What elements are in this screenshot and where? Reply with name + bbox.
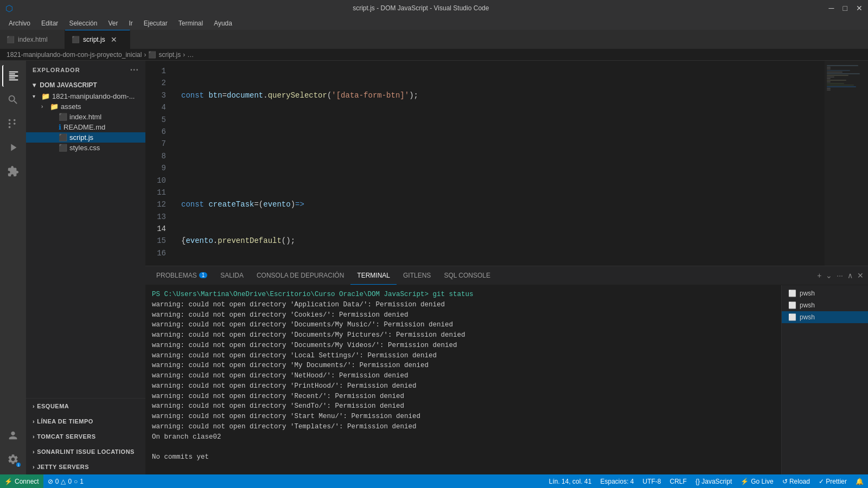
file-index-spacer [50,114,59,120]
panel-up-button[interactable]: ∧ [847,271,853,280]
code-line-2 [181,126,825,138]
tab-close-button[interactable]: ✕ [111,35,117,44]
tab-consola[interactable]: CONSOLA DE DEPURACIÓN [250,266,350,285]
breadcrumb-file-icon: ⬛ [148,51,156,59]
maximize-button[interactable]: □ [843,4,847,12]
code-line-3 [181,162,825,174]
prettier-label: ✓ Prettier [819,478,847,485]
tree-folder-assets[interactable]: › 📁 assets [26,101,145,112]
tree-folder-root[interactable]: ▾ 📁 1821-manipulando-dom-... [26,91,145,101]
breadcrumb-context[interactable]: … [187,51,194,59]
terminal-tab-2[interactable]: ⬜ pwsh [782,299,868,311]
explorer-icon[interactable] [2,65,24,87]
status-lang[interactable]: {} JavaScript [691,474,736,488]
sql-label: SQL CONSOLE [444,272,490,279]
source-control-icon[interactable] [2,113,24,134]
tab-index-html-label: index.html [18,36,48,43]
sidebar-header: EXPLORADOR ··· [26,61,145,79]
terminal-line: No commits yet [152,452,775,463]
folder-root-label: 1821-manipulando-dom-... [52,92,135,100]
terminal-content[interactable]: PS C:\Users\Martina\OneDrive\Escritorio\… [145,285,781,474]
status-reload[interactable]: ↺ Reload [778,474,814,488]
status-encoding[interactable]: UTF-8 [639,474,666,488]
info-count: 1 [80,478,84,485]
tab-salida[interactable]: SALIDA [214,266,250,285]
css-icon: ⬛ [59,144,67,152]
pwsh-label-2: pwsh [800,301,815,309]
tab-terminal[interactable]: TERMINAL [350,266,397,285]
section-linea-header[interactable]: › LÍNEA DE TIEMPO [26,416,145,427]
menu-editar[interactable]: Editar [37,18,62,28]
section-jetty-header[interactable]: › JETTY SERVERS [26,461,145,472]
search-icon[interactable] [2,89,24,111]
menu-seleccion[interactable]: Selección [65,18,101,28]
menu-ir[interactable]: Ir [124,18,137,28]
panel-close-button[interactable]: ✕ [857,271,864,280]
new-terminal-button[interactable]: + [817,271,821,280]
menu-terminal[interactable]: Terminal [174,18,207,28]
section-esquema-label: ESQUEMA [37,403,69,409]
accounts-icon[interactable] [2,425,24,446]
titlebar: ⬡ script.js - DOM JavaScript - Visual St… [0,0,868,16]
file-script-spacer [50,134,59,140]
code-content[interactable]: const btn=document.querySelector('[data-… [173,61,825,266]
tab-sql[interactable]: SQL CONSOLE [437,266,497,285]
section-sonarlint-header[interactable]: › SONARLINT ISSUE LOCATIONS [26,446,145,457]
workspace-root[interactable]: ▾ DOM JAVASCRIPT [26,79,145,91]
sidebar-more-button[interactable]: ··· [130,65,139,75]
section-esquema-arrow: › [33,403,35,409]
linenum-7: 7 [145,138,166,150]
tab-script-js[interactable]: ⬛ script.js ✕ [65,30,130,49]
status-line-col[interactable]: Lín. 14, col. 41 [545,474,596,488]
terminal-line: warning: could not open directory 'Recen… [152,391,775,402]
terminal-line: warning: could not open directory 'Appli… [152,300,775,310]
status-prettier[interactable]: ✓ Prettier [814,474,851,488]
code-line-4: const createTask=(evento)=> [181,198,825,210]
status-endings[interactable]: CRLF [666,474,691,488]
close-button[interactable]: ✕ [856,4,863,12]
tabbar: ⬛ index.html ⬛ script.js ✕ [0,30,868,49]
menu-archivo[interactable]: Archivo [4,18,35,28]
status-spaces[interactable]: Espacios: 4 [596,474,638,488]
code-editor[interactable]: 1 2 3 4 5 6 7 8 9 10 11 12 13 14 15 16 c… [145,61,868,266]
terminal-tab-3[interactable]: ⬜ pwsh [782,311,868,323]
menu-ayuda[interactable]: Ayuda [209,18,237,28]
panel-more-button[interactable]: ··· [837,271,843,280]
breadcrumb-file[interactable]: script.js [158,51,181,59]
terminal-line: warning: could not open directory 'Cooki… [152,310,775,320]
status-remote[interactable]: ⚡ Connect [0,474,43,488]
folder-assets-arrow: › [41,104,50,110]
terminal-line: warning: could not open directory 'Start… [152,412,775,422]
tree-file-index[interactable]: ⬛ index.html [26,112,145,122]
pwsh-label-3: pwsh [800,313,815,321]
menu-ejecutar[interactable]: Ejecutar [139,18,172,28]
tab-gitlens[interactable]: GITLENS [397,266,437,285]
extensions-icon[interactable] [2,160,24,182]
section-tomcat-header[interactable]: › TOMCAT SERVERS [26,431,145,442]
tab-script-js-label: script.js [83,36,105,43]
tree-file-readme[interactable]: ℹ README.md [26,122,145,132]
tab-index-html[interactable]: ⬛ index.html [0,30,65,49]
tab-problemas[interactable]: PROBLEMAS 1 [150,266,214,285]
breadcrumb-sep2: › [183,51,185,59]
settings-icon[interactable]: 1 [2,448,24,470]
warning-icon: △ [61,478,66,485]
tree-file-styles[interactable]: ⬛ styles.css [26,143,145,153]
linenum-15: 15 [145,235,166,247]
terminal-tab-1[interactable]: ⬜ pwsh [782,287,868,299]
problemas-badge: 1 [199,272,208,278]
panel-controls: + ⌄ ··· ∧ ✕ [817,266,864,285]
info-icon: ○ [74,478,78,485]
menu-ver[interactable]: Ver [104,18,122,28]
status-notification[interactable]: 🔔 [851,474,868,488]
status-golive[interactable]: ⚡ Go Live [736,474,777,488]
golive-icon: ⚡ [741,478,749,485]
panel-split-button[interactable]: ⌄ [826,271,832,280]
minimize-button[interactable]: ─ [829,4,834,12]
breadcrumb-folder[interactable]: 1821-manipulando-dom-con-js-proyecto_ini… [7,51,142,59]
run-debug-icon[interactable] [2,137,24,158]
section-esquema-header[interactable]: › ESQUEMA [26,401,145,412]
titlebar-title: script.js - DOM JavaScript - Visual Stud… [13,4,829,12]
status-errors[interactable]: ⊘ 0 △ 0 ○ 1 [43,474,88,488]
tree-file-script[interactable]: ⬛ script.js [26,132,145,143]
